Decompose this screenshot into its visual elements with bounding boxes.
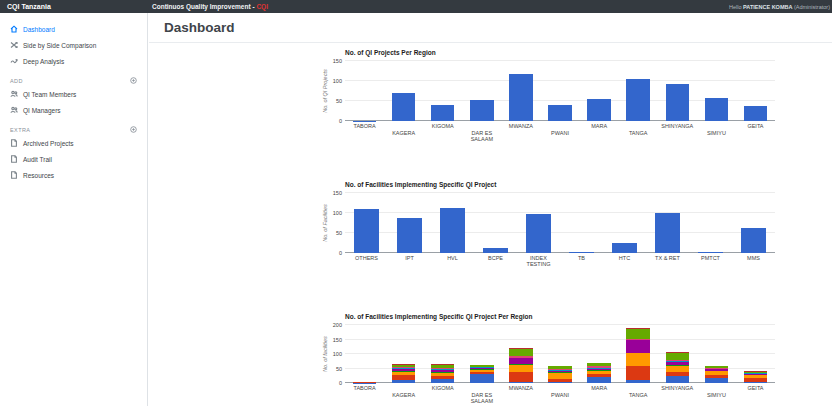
bar[interactable]: [698, 252, 724, 253]
category-label-text: KIGOMA: [432, 123, 454, 129]
bar-group: [345, 193, 388, 253]
bar-group: [580, 61, 619, 121]
bar-group: [423, 325, 462, 383]
bar-group: [501, 61, 540, 121]
bar[interactable]: [440, 208, 466, 253]
category-label: BCPE: [474, 255, 517, 273]
y-tick-label: 50: [336, 98, 342, 104]
bar[interactable]: [392, 93, 415, 121]
category-label-text: MARA: [591, 123, 607, 129]
category-label: MWANZA: [501, 123, 540, 141]
x-axis-labels: TABORAKAGERAKIGOMADAR ES SALAAMMWANZAPWA…: [345, 123, 775, 141]
bar-segment-others[interactable]: [548, 382, 571, 383]
category-label: SHINYANGA: [658, 123, 697, 141]
category-label-text: MWANZA: [509, 385, 533, 391]
category-label: TANGA: [619, 130, 658, 148]
bar[interactable]: [548, 105, 571, 121]
bar[interactable]: [397, 218, 423, 253]
bar[interactable]: [741, 228, 767, 253]
bar[interactable]: [612, 243, 638, 253]
app-title: Continuos Quality Improvement - CQI: [152, 3, 268, 10]
user-greeting[interactable]: Hello PATIENCE KOMBA (Administrator): [729, 4, 832, 10]
sidebar-item-qi-team-members[interactable]: QI Team Members: [0, 86, 147, 102]
category-label: TX & RET: [646, 255, 689, 273]
bar-segment-hvl[interactable]: [626, 353, 649, 366]
category-label-text: HVL: [447, 255, 458, 261]
y-tick-label: 0: [339, 118, 342, 124]
app-brand: CQI Tanzania: [0, 3, 148, 10]
category-label: MMS: [732, 255, 775, 273]
bars-container: [345, 193, 775, 253]
bar-group: [462, 61, 501, 121]
chart-qi-projects-per-region: No. of QI Projects Per Region No. of QI …: [317, 49, 775, 141]
bar[interactable]: [569, 252, 595, 253]
bar-group: [474, 193, 517, 253]
category-label-text: OTHERS: [355, 255, 378, 261]
bar[interactable]: [626, 79, 649, 121]
bars-container: [345, 61, 775, 121]
users-icon: [10, 90, 18, 98]
bar[interactable]: [509, 74, 532, 121]
bar-segment-others[interactable]: [705, 378, 728, 383]
sidebar-item-archived-projects[interactable]: Archived Projects: [0, 135, 147, 151]
bar-segment-others[interactable]: [587, 377, 610, 383]
bar-group: [501, 325, 540, 383]
category-label: KAGERA: [384, 130, 423, 148]
plus-circle-icon[interactable]: [130, 77, 137, 84]
bar[interactable]: [431, 105, 454, 121]
category-label-text: DAR ES SALAAM: [463, 392, 501, 405]
bar-segment-tx-ret[interactable]: [509, 349, 532, 357]
bar[interactable]: [666, 84, 689, 121]
bar-segment-ipt[interactable]: [509, 372, 532, 382]
sidebar-item-side-by-side-comparison[interactable]: Side by Side Comparison: [0, 37, 147, 53]
bar-group: [658, 325, 697, 383]
y-tick-label: 100: [333, 210, 342, 216]
sidebar-section-extra: EXTRA: [0, 118, 147, 135]
sidebar-item-label: Deep Analysis: [23, 58, 64, 65]
user-role: (Administrator): [792, 4, 830, 10]
bar-segment-others[interactable]: [509, 382, 532, 383]
app-title-accent: CQI: [256, 3, 268, 10]
bar[interactable]: [354, 209, 380, 253]
bar-segment-hvl[interactable]: [509, 365, 532, 372]
category-label-text: TX & RET: [655, 255, 680, 261]
bar-segment-others[interactable]: [470, 374, 493, 383]
bar-segment-others[interactable]: [666, 376, 689, 383]
bar[interactable]: [587, 99, 610, 121]
sidebar-item-audit-trail[interactable]: Audit Trail: [0, 151, 147, 167]
category-label-text: KIGOMA: [432, 385, 454, 391]
y-tick-label: 100: [333, 78, 342, 84]
bar-segment-others[interactable]: [431, 379, 454, 383]
bar-segment-others[interactable]: [392, 380, 415, 383]
category-label-text: MARA: [591, 385, 607, 391]
bar-group: [619, 325, 658, 383]
category-label: TABORA: [345, 385, 384, 403]
app-title-main: Continuos Quality Improvement -: [152, 3, 256, 10]
category-label: HVL: [431, 255, 474, 273]
bar-segment-others[interactable]: [626, 380, 649, 383]
sidebar-item-deep-analysis[interactable]: Deep Analysis: [0, 53, 147, 69]
bar-segment-ipt[interactable]: [626, 366, 649, 379]
bar[interactable]: [705, 98, 728, 121]
category-label: MARA: [580, 385, 619, 403]
bar-segment-index-testing[interactable]: [626, 340, 649, 352]
y-axis-title: No. of QI Projects: [322, 61, 328, 121]
sidebar-item-qi-managers[interactable]: Archived Projects QI Managers: [0, 102, 147, 118]
bar[interactable]: [470, 100, 493, 121]
bar-group: [580, 325, 619, 383]
sidebar-item-resources[interactable]: Resources: [0, 167, 147, 183]
bar-group: [384, 61, 423, 121]
bar-group: [560, 193, 603, 253]
bar-group: [517, 193, 560, 253]
bar[interactable]: [526, 214, 552, 253]
bar[interactable]: [744, 106, 767, 121]
bar-segment-tx-ret[interactable]: [626, 329, 649, 339]
bar[interactable]: [655, 213, 681, 253]
sidebar-item-dashboard[interactable]: Dashboard: [0, 21, 147, 37]
category-label: DAR ES SALAAM: [462, 392, 501, 406]
bar[interactable]: [483, 248, 509, 253]
plus-circle-icon[interactable]: [130, 126, 137, 133]
bar-segment-others[interactable]: [744, 382, 767, 383]
bar-group: [384, 325, 423, 383]
plot-area: 050100150: [345, 193, 775, 253]
